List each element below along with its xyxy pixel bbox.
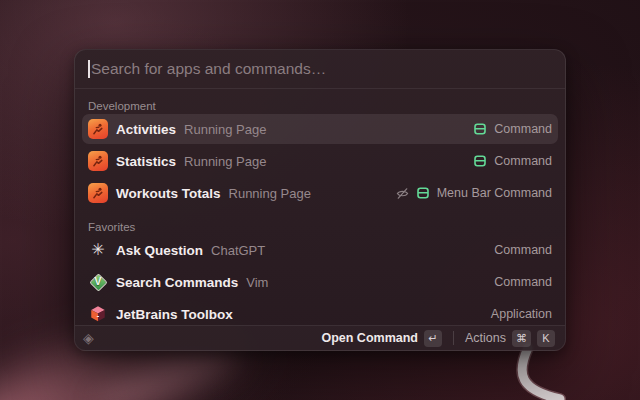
- result-type-label: Application: [491, 307, 552, 321]
- footer-divider: [453, 331, 454, 345]
- footer-bar: ◈ Open Command ↵ Actions ⌘ K: [75, 325, 565, 350]
- raycast-window: DevelopmentActivitiesRunning PageCommand…: [74, 49, 566, 351]
- result-title: Ask Question: [116, 243, 203, 258]
- command-type-icon: [416, 186, 430, 200]
- k-key-badge: K: [537, 330, 555, 347]
- command-key-badge: ⌘: [512, 330, 531, 347]
- result-type-label: Command: [494, 122, 552, 136]
- result-row-activities[interactable]: ActivitiesRunning PageCommand: [82, 114, 558, 144]
- result-title: JetBrains Toolbox: [116, 307, 233, 322]
- result-subtitle: Running Page: [184, 154, 266, 169]
- section-header-favorites: Favorites: [82, 216, 558, 235]
- result-subtitle: Running Page: [229, 186, 311, 201]
- result-title: Statistics: [116, 154, 176, 169]
- result-row-statistics[interactable]: StatisticsRunning PageCommand: [82, 146, 558, 176]
- search-input[interactable]: [75, 50, 565, 88]
- result-subtitle: Vim: [246, 275, 268, 290]
- enter-key-badge: ↵: [424, 330, 442, 347]
- actions-button[interactable]: Actions ⌘ K: [463, 328, 557, 349]
- open-command-button[interactable]: Open Command ↵: [319, 328, 444, 349]
- raycast-logo-icon: ◈: [83, 331, 94, 345]
- result-row-search-commands[interactable]: VSearch CommandsVimCommand: [82, 267, 558, 297]
- actions-label: Actions: [465, 331, 506, 345]
- result-row-ask-question[interactable]: ✳Ask QuestionChatGPTCommand: [82, 235, 558, 265]
- result-title: Activities: [116, 122, 176, 137]
- result-type-label: Menu Bar Command: [437, 186, 552, 200]
- text-caret: [88, 60, 90, 78]
- result-type-label: Command: [494, 275, 552, 289]
- result-subtitle: ChatGPT: [211, 243, 265, 258]
- command-type-icon: [473, 154, 487, 168]
- results-list: DevelopmentActivitiesRunning PageCommand…: [75, 89, 565, 325]
- running-app-icon: [88, 183, 108, 203]
- result-type-label: Command: [494, 154, 552, 168]
- result-type-label: Command: [494, 243, 552, 257]
- eye-slash-icon: [396, 187, 409, 200]
- command-type-icon: [473, 122, 487, 136]
- chatgpt-icon: ✳: [88, 240, 108, 260]
- running-app-icon: [88, 151, 108, 171]
- jetbrains-toolbox-icon: [88, 304, 108, 324]
- result-title: Search Commands: [116, 275, 238, 290]
- result-row-jetbrains-toolbox[interactable]: JetBrains ToolboxApplication: [82, 299, 558, 325]
- search-bar: [75, 50, 565, 88]
- result-row-workouts-totals[interactable]: Workouts TotalsRunning PageMenu Bar Comm…: [82, 178, 558, 208]
- result-subtitle: Running Page: [184, 122, 266, 137]
- running-app-icon: [88, 119, 108, 139]
- section-header-development: Development: [82, 95, 558, 114]
- result-title: Workouts Totals: [116, 186, 221, 201]
- open-command-label: Open Command: [321, 331, 418, 345]
- vim-icon: V: [88, 272, 108, 292]
